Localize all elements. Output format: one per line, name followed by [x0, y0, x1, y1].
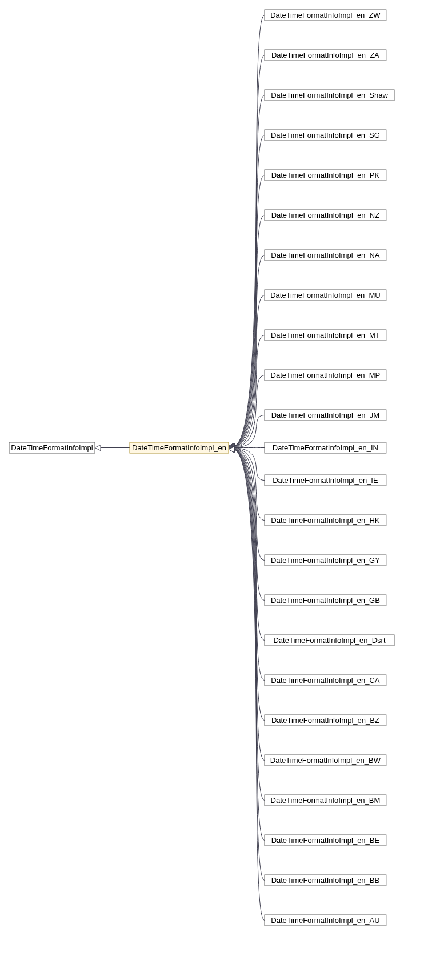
node-root-label: DateTimeFormatInfoImpl — [11, 443, 93, 452]
node-child-label: DateTimeFormatInfoImpl_en_Dsrt — [273, 636, 385, 645]
node-center-label: DateTimeFormatInfoImpl_en — [132, 443, 226, 452]
node-child[interactable]: DateTimeFormatInfoImpl_en_IN — [265, 442, 386, 453]
node-child[interactable]: DateTimeFormatInfoImpl_en_PK — [265, 170, 386, 181]
node-child-label: DateTimeFormatInfoImpl_en_IN — [273, 443, 378, 452]
node-child-label: DateTimeFormatInfoImpl_en_PK — [271, 171, 380, 179]
node-child-label: DateTimeFormatInfoImpl_en_SG — [271, 131, 380, 139]
node-child[interactable]: DateTimeFormatInfoImpl_en_ZW — [265, 10, 386, 21]
node-child[interactable]: DateTimeFormatInfoImpl_en_IE — [265, 475, 386, 486]
svg-marker-1 — [95, 445, 101, 451]
node-child-label: DateTimeFormatInfoImpl_en_ZA — [271, 51, 379, 59]
node-child[interactable]: DateTimeFormatInfoImpl_en_ZA — [265, 50, 386, 61]
node-child[interactable]: DateTimeFormatInfoImpl_en_Dsrt — [265, 635, 394, 646]
node-child[interactable]: DateTimeFormatInfoImpl_en_HK — [265, 515, 386, 526]
node-child-label: DateTimeFormatInfoImpl_en_Shaw — [271, 91, 388, 99]
node-root[interactable]: DateTimeFormatInfoImpl — [9, 442, 95, 453]
node-child-label: DateTimeFormatInfoImpl_en_AU — [271, 916, 379, 925]
node-child-label: DateTimeFormatInfoImpl_en_NZ — [271, 211, 380, 219]
node-child[interactable]: DateTimeFormatInfoImpl_en_BE — [265, 835, 386, 846]
node-child-label: DateTimeFormatInfoImpl_en_BZ — [271, 716, 379, 725]
node-child[interactable]: DateTimeFormatInfoImpl_en_NA — [265, 250, 386, 261]
node-child-label: DateTimeFormatInfoImpl_en_BE — [271, 836, 380, 845]
node-child[interactable]: DateTimeFormatInfoImpl_en_JM — [265, 410, 386, 421]
node-child[interactable]: DateTimeFormatInfoImpl_en_BZ — [265, 715, 386, 726]
node-child[interactable]: DateTimeFormatInfoImpl_en_BM — [265, 795, 386, 806]
inheritance-diagram: DateTimeFormatInfoImplDateTimeFormatInfo… — [0, 0, 428, 980]
node-child-label: DateTimeFormatInfoImpl_en_BW — [270, 756, 381, 765]
node-child-label: DateTimeFormatInfoImpl_en_IE — [273, 476, 378, 485]
node-child[interactable]: DateTimeFormatInfoImpl_en_MT — [265, 330, 386, 341]
node-child-label: DateTimeFormatInfoImpl_en_MU — [270, 291, 380, 299]
node-child-label: DateTimeFormatInfoImpl_en_GY — [271, 556, 380, 565]
node-child-label: DateTimeFormatInfoImpl_en_CA — [271, 676, 380, 685]
node-child[interactable]: DateTimeFormatInfoImpl_en_MP — [265, 370, 386, 381]
node-child-label: DateTimeFormatInfoImpl_en_NA — [271, 251, 380, 259]
node-child-label: DateTimeFormatInfoImpl_en_MT — [271, 331, 380, 339]
node-child-label: DateTimeFormatInfoImpl_en_BM — [271, 796, 381, 805]
node-child-label: DateTimeFormatInfoImpl_en_ZW — [270, 11, 381, 19]
node-child[interactable]: DateTimeFormatInfoImpl_en_SG — [265, 130, 386, 141]
node-child-label: DateTimeFormatInfoImpl_en_MP — [271, 371, 381, 379]
node-child-label: DateTimeFormatInfoImpl_en_JM — [271, 411, 380, 419]
node-child[interactable]: DateTimeFormatInfoImpl_en_Shaw — [265, 90, 394, 101]
node-child-label: DateTimeFormatInfoImpl_en_BB — [271, 876, 380, 885]
node-child[interactable]: DateTimeFormatInfoImpl_en_BB — [265, 875, 386, 886]
node-child-label: DateTimeFormatInfoImpl_en_GB — [271, 596, 380, 605]
node-child[interactable]: DateTimeFormatInfoImpl_en_BW — [265, 755, 386, 766]
node-child[interactable]: DateTimeFormatInfoImpl_en_GB — [265, 595, 386, 606]
node-child[interactable]: DateTimeFormatInfoImpl_en_MU — [265, 290, 386, 301]
node-child[interactable]: DateTimeFormatInfoImpl_en_GY — [265, 555, 386, 566]
node-child[interactable]: DateTimeFormatInfoImpl_en_CA — [265, 675, 386, 686]
node-child-label: DateTimeFormatInfoImpl_en_HK — [271, 516, 380, 525]
node-child[interactable]: DateTimeFormatInfoImpl_en_NZ — [265, 210, 386, 221]
node-child[interactable]: DateTimeFormatInfoImpl_en_AU — [265, 915, 386, 926]
node-center[interactable]: DateTimeFormatInfoImpl_en — [130, 442, 229, 453]
